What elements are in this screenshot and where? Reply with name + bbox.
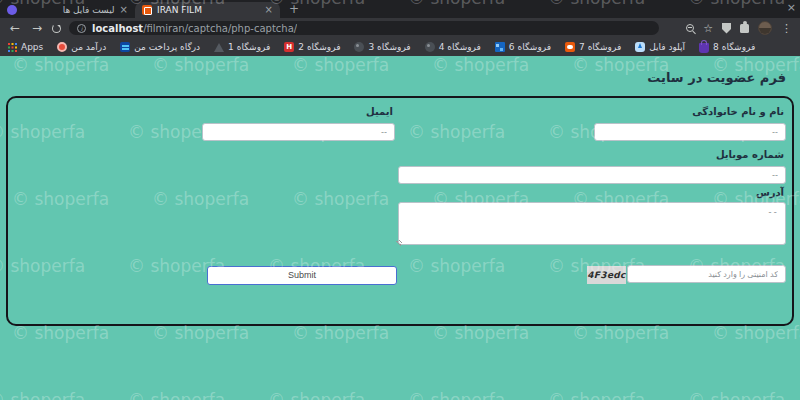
bookmark-store-2[interactable]: Hفروشگاه 2: [284, 42, 340, 52]
url-path: /filmiran/captcha/php-captcha/: [143, 23, 297, 34]
zoom-icon[interactable]: [686, 24, 694, 32]
url-host: localhost: [92, 23, 143, 34]
payment-icon: [120, 42, 130, 52]
address-label: آدرس: [756, 187, 784, 198]
name-label: نام و نام خانوادگی: [692, 106, 784, 117]
page-title: فرم عضویت در سایت: [647, 70, 786, 85]
captcha-field[interactable]: [627, 265, 786, 283]
browser-window: لیست فایل ها × IRAN FILM × + × ← → i loc…: [0, 0, 800, 400]
email-label: ایمیل: [366, 106, 393, 117]
tab-strip: لیست فایل ها × IRAN FILM × + ×: [0, 0, 800, 18]
extensions-puzzle-icon[interactable]: [740, 24, 749, 33]
tab-favicon: [142, 5, 152, 15]
window-close-icon[interactable]: ×: [787, 1, 796, 14]
upload-cloud-icon: [635, 42, 645, 52]
mobile-label: شماره موبایل: [716, 149, 784, 160]
mosaic-icon: [495, 42, 505, 52]
bookmark-store-4[interactable]: فروشگاه 4: [425, 42, 481, 52]
email-field[interactable]: [202, 123, 395, 141]
browser-toolbar: ← → i localhost/filmiran/captcha/php-cap…: [0, 18, 800, 38]
h-logo-icon: H: [284, 42, 294, 52]
globe-icon: [354, 42, 364, 52]
bookmarks-bar: Apps درآمد من درگاه پرداخت من فروشگاه 1 …: [0, 38, 800, 56]
bookmark-store-6[interactable]: فروشگاه 6: [495, 42, 551, 52]
page-content: فرم عضویت در سایت نام و نام خانوادگی ایم…: [0, 56, 800, 400]
name-field[interactable]: [594, 123, 786, 141]
tab-close-icon[interactable]: ×: [120, 5, 128, 15]
registration-form: نام و نام خانوادگی ایمیل شماره موبایل آد…: [6, 96, 794, 326]
triangle-icon: [214, 43, 224, 52]
profile-avatar[interactable]: [758, 21, 772, 35]
menu-dots-icon[interactable]: ⋮: [781, 23, 792, 34]
bookmark-upload-file[interactable]: آپلود فایل: [635, 42, 685, 52]
shopping-bag-icon: [699, 43, 709, 53]
tab-iran-film[interactable]: IRAN FILM ×: [135, 2, 280, 18]
bookmark-my-income[interactable]: درآمد من: [57, 42, 106, 52]
bookmark-store-3[interactable]: فروشگاه 3: [354, 42, 410, 52]
bookmark-apps[interactable]: Apps: [8, 42, 43, 52]
globe-icon: [425, 42, 435, 52]
tab-title: IRAN FILM: [157, 5, 260, 15]
tab-favicon: [7, 5, 17, 15]
forward-icon[interactable]: →: [30, 22, 44, 34]
url-text: localhost/filmiran/captcha/php-captcha/: [92, 23, 297, 34]
tab-title: لیست فایل ها: [22, 5, 115, 15]
bookmark-star-icon[interactable]: ☆: [703, 23, 713, 34]
bookmark-payment-gateway[interactable]: درگاه پرداخت من: [120, 42, 200, 52]
submit-button[interactable]: Submit: [207, 266, 397, 285]
reload-icon[interactable]: [52, 24, 61, 33]
back-icon[interactable]: ←: [8, 22, 22, 34]
new-tab-button[interactable]: +: [286, 2, 302, 18]
apps-grid-icon: [8, 43, 17, 52]
income-icon: [57, 42, 67, 52]
bookmark-store-8[interactable]: فروشگاه 8: [699, 41, 755, 53]
bookmark-store-1[interactable]: فروشگاه 1: [214, 42, 270, 52]
site-info-icon[interactable]: i: [77, 24, 86, 33]
address-bar[interactable]: i localhost/filmiran/captcha/php-captcha…: [69, 21, 659, 35]
address-field[interactable]: [398, 202, 786, 245]
shield-extension-icon[interactable]: [722, 23, 731, 34]
tab-close-icon[interactable]: ×: [265, 5, 273, 15]
tab-file-list[interactable]: لیست فایل ها ×: [0, 2, 135, 18]
mobile-field[interactable]: [398, 166, 786, 184]
bookmark-store-7[interactable]: فروشگاه 7: [565, 42, 621, 52]
orange-logo-icon: [565, 42, 575, 52]
captcha-image: 4F3edc: [587, 266, 626, 284]
